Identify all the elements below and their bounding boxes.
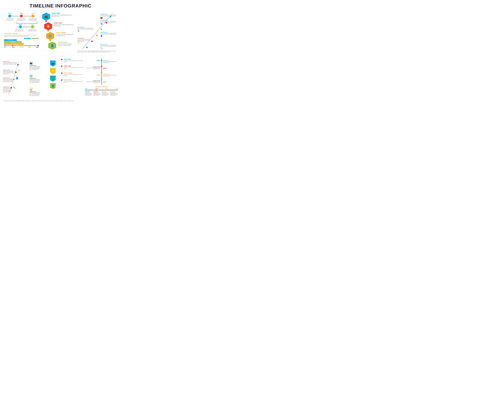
vy-h-item-4: $1,750,000 Delectus cray you probably ha… xyxy=(110,91,118,96)
vy-dot-2020 xyxy=(101,78,102,80)
step-connector-1 xyxy=(53,66,53,68)
hex-step-1: 💼 STEP ONE Lorem ipsum ad his scripta bl… xyxy=(42,12,74,21)
check-2019: ✓ xyxy=(31,15,34,18)
step-title-4: STEP FOUR xyxy=(58,42,74,43)
step-desc-2: Lorem ipsum ad his scripta blandit parti… xyxy=(54,24,74,27)
dotted-step-2: STEP TWO Lorem ipsum ad his scripta blan… xyxy=(64,65,84,69)
diag-text-6: Lorem ipsum dolor sit amet, consectetur … xyxy=(100,45,117,47)
year-2021: 2021 xyxy=(31,24,34,25)
vy-h-year-2020: 2020 xyxy=(115,88,118,89)
svg-point-6 xyxy=(86,47,88,48)
year-labels-row2: 2020 2021 xyxy=(4,24,39,25)
gear-item-1: ☆ xyxy=(20,60,22,63)
bar-label-top-2: 57% YOUR TEXT xyxy=(32,38,39,39)
hex-icon-3: 🌐 xyxy=(48,35,52,38)
gear-icon-2: ⚙ xyxy=(18,69,20,72)
diag-text-3: Lorem ipsum dolor sit amet, consectetur … xyxy=(78,28,94,30)
dotted-dot-4 xyxy=(61,79,62,81)
hex-step-2: ⭐ STEP TWO Lorem ipsum ad his scripta bl… xyxy=(44,22,74,30)
gear-right-label-2: LOREM IPSUM xyxy=(30,78,41,79)
gear-desc-1: Delectus cray you probably haven't heard… xyxy=(3,62,18,65)
vy-h-desc-3: Delectus cray you probably haven't heard… xyxy=(102,92,110,96)
vy-left-item-1: 2017 xyxy=(85,60,100,62)
diag-icon-3: 🏠 xyxy=(78,30,94,32)
vy-h-dot-4 xyxy=(117,90,118,90)
step-desc-3: Lorem ipsum ad his scripta blandit parti… xyxy=(56,34,74,36)
diag-label-4: INFOGRAPHICS xyxy=(100,32,117,33)
globe-icon-r2: 🌐 xyxy=(30,75,33,78)
hex-step-3: 🌐 STEP THREE Lorem ipsum ad his scripta … xyxy=(46,32,74,40)
section3-para: Lorem ipsum dolor sit amet, consectetur … xyxy=(78,50,117,53)
vy-h-year-2018: 2018 xyxy=(95,88,98,89)
briefcase-icon-r1: 💼 xyxy=(30,61,33,65)
dotted-dot-3 xyxy=(61,72,62,74)
gear-label-1: LOREM IPSUM xyxy=(3,61,18,62)
year-labels-row1: 2017 2018 2019 xyxy=(4,12,39,14)
bar-row-2: 51% YOUR TEXT xyxy=(4,41,39,43)
vy-h-item-1: $235,000 Delectus cray you probably have… xyxy=(85,91,93,96)
h-timeline-title: HORIZONTAL TIMELINE xyxy=(4,33,39,34)
vy-right-item-1: FIRST OPTION Lorem ipsum ad his scripta … xyxy=(103,60,118,63)
vy-left-item-4: FOURTH OPTION Lorem ipsum ad his scripta… xyxy=(85,80,100,83)
vy-h-val-1: $235,000 xyxy=(85,91,93,92)
arrow-step-2: ⭐ xyxy=(50,68,56,74)
h-year-2020: 2020 xyxy=(28,47,31,48)
svg-point-4 xyxy=(96,35,98,36)
desc-2019: Lorem ipsum ad his scripta blandit parti… xyxy=(28,18,37,21)
bar-1: 37% YOUR TEXT xyxy=(4,39,17,41)
diag-text-1: Lorem ipsum dolor sit amet, consectetur … xyxy=(100,15,117,17)
h-year-2017: 2017 xyxy=(4,47,7,48)
section-diagonal: INFOGRAPHICS Lorem ipsum dolor sit amet,… xyxy=(77,12,118,54)
step-title-2: STEP TWO xyxy=(54,22,74,24)
dotted-title-4: STEP FOUR xyxy=(64,79,84,81)
bar-row-3: 57% YOUR TEXT xyxy=(4,43,39,45)
vy-horiz-title: HORIZONTAL TIMELINE xyxy=(85,86,118,87)
year-2019: 2019 xyxy=(31,12,34,14)
hex-arrow-3 xyxy=(49,40,51,42)
diag-item-6: INFOGRAPHICS Lorem ipsum dolor sit amet,… xyxy=(100,44,117,49)
vy-left-item-2: SECOND OPTION Lorem ipsum ad his scripta… xyxy=(85,66,100,69)
hex-arrow-1 xyxy=(45,21,47,22)
step-title-1: STEP ONE xyxy=(52,12,74,14)
hex-content-3: STEP THREE Lorem ipsum ad his scripta bl… xyxy=(56,32,74,36)
hex-4: 👤 xyxy=(48,42,56,50)
bar-2: 51% YOUR TEXT xyxy=(4,41,22,43)
vy-option-third: THIRD OPTION xyxy=(103,74,118,75)
hex-icon-4: 👤 xyxy=(51,44,54,47)
gear-label-4: LOREM IPSUM xyxy=(3,86,12,88)
step-title-3: STEP THREE xyxy=(56,32,74,34)
vy-desc-first: Lorem ipsum ad his scripta blandit parti… xyxy=(103,61,118,63)
vy-year-2017: 2017 xyxy=(85,60,100,62)
hex-icon-1: 💼 xyxy=(45,15,48,18)
diag-label-6: INFOGRAPHICS xyxy=(100,44,117,45)
diag-icon-4: 👤 xyxy=(100,35,117,37)
section-hexagon: 💼 STEP ONE Lorem ipsum ad his scripta bl… xyxy=(42,12,75,54)
diag-label-3: INFOGRAPHICS xyxy=(78,27,94,28)
vy-h-dot-3 xyxy=(106,90,107,90)
gear-item-2: ⚙ xyxy=(18,69,20,72)
diag-label-5: INFOGRAPHICS xyxy=(78,38,91,39)
step-desc-1: Lorem ipsum ad his scripta blandit parti… xyxy=(52,14,74,17)
vy-h-val-3: $600,000 xyxy=(102,91,110,92)
person-icon-3: 👤 xyxy=(16,77,18,79)
diag-item-2: INFOGRAPHICS Lorem ipsum dolor sit amet,… xyxy=(100,20,117,25)
arrow-step-1: 💼 xyxy=(50,60,56,66)
hex-arrow-2 xyxy=(47,30,49,32)
check-2020: ✓ xyxy=(19,25,22,28)
horizontal-timeline: HORIZONTAL TIMELINE Lorem ipsum dolor si… xyxy=(4,33,39,48)
bar-3: 57% YOUR TEXT xyxy=(4,43,24,45)
dotted-dot-2 xyxy=(61,66,62,67)
gear-right-label-1: LOREM IPSUM xyxy=(30,65,41,66)
vy-h-item-3: $600,000 Delectus cray you probably have… xyxy=(102,91,110,96)
bar-label-top-1: 57% YOUR TEXT xyxy=(24,38,31,39)
section-gear-left: ☆ LOREM IPSUM Delectus cray you probably… xyxy=(3,59,27,99)
diag-text-2: Lorem ipsum dolor sit amet, consectetur … xyxy=(100,21,117,23)
section-checkmark: 2017 2018 2019 ✓ ✓ ✓ Lorem ipsum ad his … xyxy=(3,12,40,54)
vy-year-2018: 2018 xyxy=(103,67,118,69)
vy-h-dot-1 xyxy=(85,90,86,90)
section-arrow-steps: 💼 ⭐ 🌐 👤 xyxy=(47,59,58,99)
vy-h-val-4: $1,750,000 xyxy=(110,91,118,92)
gear-desc-2: Delectus cray you probably haven't heard… xyxy=(3,71,16,74)
gear-item-4: 🔍 xyxy=(13,86,16,89)
hex-content-2: STEP TWO Lorem ipsum ad his scripta blan… xyxy=(54,22,74,27)
